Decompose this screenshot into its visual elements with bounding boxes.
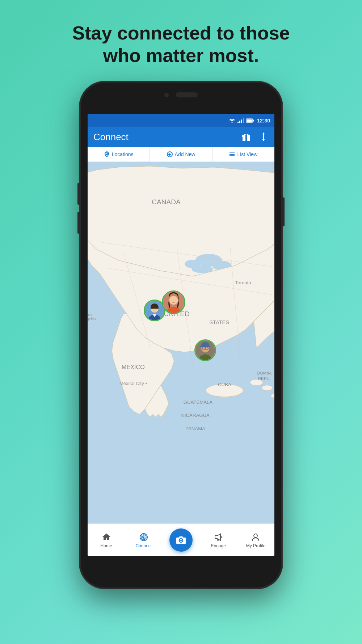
nav-home-label: Home bbox=[101, 543, 112, 548]
tab-locations[interactable]: Locations bbox=[88, 147, 150, 162]
list-icon bbox=[229, 151, 235, 157]
header-icons bbox=[241, 132, 269, 142]
svg-rect-55 bbox=[200, 346, 210, 347]
svg-text:Los: Los bbox=[88, 313, 92, 317]
nav-engage-label: Engage bbox=[211, 543, 226, 548]
nav-camera-button[interactable] bbox=[169, 528, 193, 552]
svg-text:CANADA: CANADA bbox=[152, 198, 181, 206]
svg-rect-9 bbox=[245, 135, 247, 141]
svg-point-11 bbox=[106, 152, 108, 154]
battery-icon bbox=[246, 118, 254, 123]
nav-home[interactable]: Home bbox=[88, 532, 125, 548]
svg-rect-6 bbox=[253, 120, 254, 121]
nav-connect[interactable]: Connect bbox=[125, 532, 162, 548]
headline-line2: who matter most. bbox=[103, 45, 259, 66]
app-header: Connect bbox=[88, 127, 274, 147]
svg-point-64 bbox=[143, 536, 144, 538]
speaker bbox=[176, 92, 198, 97]
svg-point-67 bbox=[254, 534, 257, 538]
svg-text:Mexico City •: Mexico City • bbox=[119, 381, 147, 386]
headline: Stay connected to those who matter most. bbox=[72, 22, 290, 67]
nav-my-profile[interactable]: My Profile bbox=[237, 532, 274, 548]
profile-icon bbox=[251, 532, 260, 542]
clock: 12:30 bbox=[257, 118, 270, 124]
svg-text:CUBA: CUBA bbox=[218, 382, 231, 387]
volume-down-button bbox=[77, 212, 80, 234]
svg-rect-2 bbox=[241, 120, 242, 123]
location-icon bbox=[104, 151, 110, 157]
older-avatar bbox=[195, 340, 215, 360]
add-icon bbox=[167, 151, 173, 157]
svg-text:REPU.: REPU. bbox=[258, 376, 271, 381]
svg-rect-5 bbox=[247, 119, 252, 122]
sort-icon[interactable] bbox=[258, 132, 269, 142]
tab-add-new[interactable]: Add New bbox=[150, 147, 212, 162]
tab-locations-label: Locations bbox=[112, 151, 134, 157]
svg-rect-0 bbox=[237, 122, 239, 123]
map-svg: CANADA UNITED STATES MEXICO Mexico City … bbox=[88, 162, 274, 523]
nav-connect-label: Connect bbox=[135, 543, 152, 548]
signal-icon bbox=[237, 118, 244, 123]
svg-point-25 bbox=[262, 385, 272, 390]
svg-text:PANAMA: PANAMA bbox=[185, 426, 205, 431]
woman-avatar bbox=[163, 292, 184, 313]
svg-text:STATES: STATES bbox=[209, 319, 229, 325]
status-icons: 12:30 bbox=[229, 118, 270, 124]
svg-text:MEXICO: MEXICO bbox=[122, 364, 145, 370]
svg-text:DOMIN.: DOMIN. bbox=[257, 371, 272, 375]
camera-icon bbox=[176, 535, 186, 545]
app-title: Connect bbox=[93, 131, 129, 143]
wifi-icon bbox=[229, 118, 235, 123]
tab-add-new-label: Add New bbox=[175, 151, 195, 157]
nav-engage[interactable]: Engage bbox=[200, 532, 237, 548]
volume-up-button bbox=[77, 183, 80, 205]
bottom-nav: Home Connect bbox=[88, 523, 274, 556]
tab-list-view[interactable]: List View bbox=[212, 147, 274, 162]
man-avatar bbox=[145, 301, 164, 320]
gift-icon[interactable] bbox=[241, 132, 251, 142]
phone-device: 12:30 Connect bbox=[80, 81, 282, 589]
engage-icon bbox=[214, 532, 223, 542]
nav-my-profile-label: My Profile bbox=[246, 543, 265, 548]
status-bar: 12:30 bbox=[88, 114, 274, 127]
svg-text:NICARAGUA: NICARAGUA bbox=[181, 413, 210, 418]
svg-rect-3 bbox=[243, 118, 244, 123]
svg-point-52 bbox=[169, 296, 178, 305]
avatar-pin-older[interactable] bbox=[194, 339, 216, 361]
tab-bar: Locations Add New List View bbox=[88, 147, 274, 162]
home-icon bbox=[102, 532, 111, 542]
phone-top-bar bbox=[164, 92, 198, 97]
connect-icon bbox=[139, 532, 148, 542]
power-button bbox=[282, 197, 285, 226]
svg-text:GUATEMALA: GUATEMALA bbox=[184, 400, 213, 405]
map-area[interactable]: CANADA UNITED STATES MEXICO Mexico City … bbox=[88, 162, 274, 523]
svg-rect-1 bbox=[239, 121, 240, 123]
avatar-pin-woman[interactable] bbox=[162, 290, 185, 314]
svg-text:Angeles: Angeles bbox=[88, 317, 96, 321]
svg-text:Toronto: Toronto bbox=[235, 280, 251, 285]
tab-list-view-label: List View bbox=[237, 151, 257, 157]
headline-line1: Stay connected to those bbox=[72, 22, 290, 43]
front-camera bbox=[164, 93, 169, 97]
svg-point-69 bbox=[180, 540, 182, 541]
phone-screen: 12:30 Connect bbox=[88, 114, 274, 556]
